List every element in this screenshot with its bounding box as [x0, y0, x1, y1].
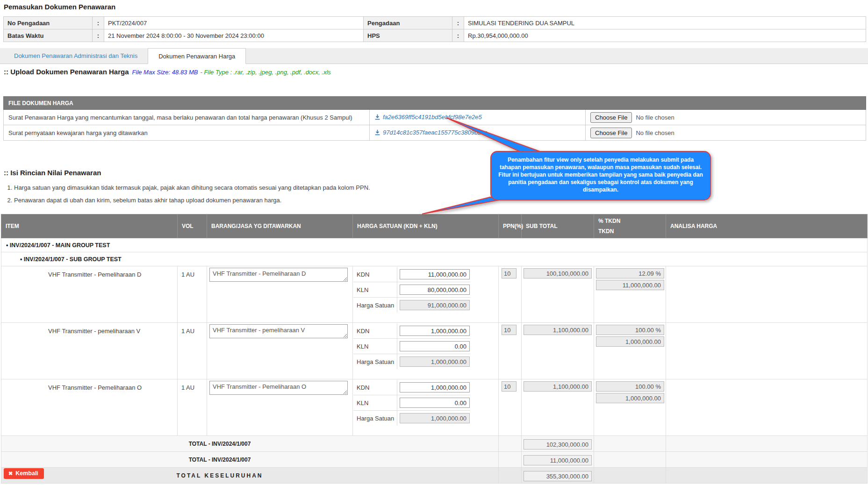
colon-separator: : — [93, 17, 104, 29]
file-max-size-note: File Max Size: 48.83 MB — [132, 69, 198, 76]
colon-separator: : — [452, 17, 464, 29]
kln-input[interactable] — [400, 341, 470, 351]
file-description: Surat Penawaran Harga yang mencantumkan … — [4, 110, 370, 125]
group-label-main: • INV/2024/1/007 - MAIN GROUP TEST — [1, 238, 868, 252]
analisa-harga-cell — [666, 266, 868, 323]
group-label-sub: • INV/2024/1/007 - SUB GROUP TEST — [1, 252, 868, 266]
group-row-sub: • INV/2024/1/007 - SUB GROUP TEST — [1, 252, 868, 266]
rincian-penawaran-table: ITEM VOL BARANG/JASA YG DITAWARKAN HARGA… — [1, 214, 868, 484]
col-header-barang: BARANG/JASA YG DITAWARKAN — [207, 214, 353, 238]
grand-total-row: TOTAL KESELURUHAN — [1, 468, 868, 484]
kdn-input[interactable] — [400, 382, 470, 392]
item-vol: 1 AU — [178, 323, 207, 379]
kln-input[interactable] — [400, 398, 470, 408]
col-header-vol: VOL — [178, 214, 207, 238]
kembali-button[interactable]: ✖ Kembali — [4, 468, 44, 479]
item-row: VHF Transmitter - Pemeliharaan D 1 AU VH… — [1, 266, 868, 323]
total-value-readonly — [524, 455, 592, 465]
item-name: VHF Transmitter - pemeliharaan V — [1, 323, 178, 379]
col-header-tkdn-val: TKDN — [598, 228, 661, 235]
kdn-label: KDN — [353, 323, 397, 339]
total-label: TOTAL - INV/2024/1/007 — [1, 452, 499, 468]
kembali-label: Kembali — [15, 470, 38, 477]
analisa-harga-cell — [666, 379, 868, 436]
table-header-row: ITEM VOL BARANG/JASA YG DITAWARKAN HARGA… — [1, 214, 868, 238]
item-name: VHF Transmitter - Pemeliharaan O — [1, 379, 178, 436]
info-row: Batas Waktu : 21 November 2024 8:00:00 -… — [4, 29, 866, 42]
file-dokumen-harga-table: FILE DOKUMEN HARGA Surat Penawaran Harga… — [3, 96, 866, 141]
tab-dokumen-penawaran-harga[interactable]: Dokumen Penawaran Harga — [148, 48, 246, 64]
kln-label: KLN — [353, 395, 397, 411]
col-header-analisa-harga: ANALISA HARGA — [666, 214, 868, 238]
close-icon: ✖ — [8, 471, 13, 477]
item-row: VHF Transmitter - Pemeliharaan O 1 AU VH… — [1, 379, 868, 436]
info-value-batas-waktu: 21 November 2024 8:00:00 - 30 November 2… — [104, 29, 364, 42]
sub-total-readonly — [524, 268, 592, 278]
info-label-batas-waktu: Batas Waktu — [4, 29, 93, 42]
barang-ditawarkan-textarea[interactable]: VHF Transmitter - Pemeliharaan D — [209, 268, 348, 282]
kdn-label: KDN — [353, 380, 397, 395]
no-file-chosen-label: No file chosen — [636, 114, 674, 121]
note-item: Penawaran dapat di ubah dan kirim, sebel… — [14, 194, 370, 207]
choose-file-button[interactable]: Choose File — [590, 112, 632, 123]
file-upload-control: Choose File No file chosen — [590, 112, 674, 123]
no-file-chosen-label: No file chosen — [636, 129, 674, 136]
col-header-tkdn: % TKDN TKDN — [594, 214, 666, 238]
barang-ditawarkan-textarea[interactable]: VHF Transmitter - Pemeliharaan O — [209, 381, 348, 395]
info-value-pengadaan: SIMULASI TENDERING DUA SAMPUL — [464, 17, 866, 29]
ppn-readonly — [502, 381, 516, 392]
detail-section-heading: :: Isi Rincian Nilai Penawaran — [4, 169, 101, 177]
kdn-input[interactable] — [400, 269, 470, 279]
download-icon — [374, 129, 380, 136]
col-header-sub-total: SUB TOTAL — [522, 214, 594, 238]
tkdn-pct-readonly — [596, 325, 664, 335]
harga-satuan-readonly — [400, 357, 470, 367]
file-row: Surat Penawaran Harga yang mencantumkan … — [4, 110, 866, 125]
harga-satuan-label: Harga Satuan — [353, 411, 397, 426]
tab-bar: Dokumen Penawaran Administrasi dan Tekni… — [0, 48, 868, 64]
kln-label: KLN — [353, 282, 397, 298]
harga-satuan-readonly — [400, 413, 470, 423]
total-value-readonly — [524, 439, 592, 449]
harga-satuan-label: Harga Satuan — [353, 298, 397, 313]
barang-ditawarkan-textarea[interactable]: VHF Transmitter - pemeliharaan V — [209, 324, 348, 338]
file-download-link[interactable]: fa2e6369ff5c4191bd5ebfcf98e7e2e5 — [374, 114, 482, 121]
harga-satuan-subtable: KDN KLN Harga Satuan — [353, 323, 470, 369]
info-label-no-pengadaan: No Pengadaan — [4, 17, 93, 29]
file-link-text: 97d14c81c357faeac155775c3809b2ce — [383, 129, 488, 136]
note-item: Harga satuan yang dimasukkan tidak terma… — [14, 181, 370, 194]
file-link-text: fa2e6369ff5c4191bd5ebfcf98e7e2e5 — [383, 114, 482, 121]
harga-satuan-label: Harga Satuan — [353, 354, 397, 370]
choose-file-button[interactable]: Choose File — [590, 128, 632, 138]
item-vol: 1 AU — [178, 379, 207, 436]
col-header-item: ITEM — [1, 214, 178, 238]
sub-total-readonly — [524, 325, 592, 335]
pemasukan-dokumen-page: Pemasukan Dokumen Penawaran No Pengadaan… — [0, 0, 868, 485]
file-upload-control: Choose File No file chosen — [590, 128, 674, 138]
file-description: Surat pernyataan kewajaran harga yang di… — [4, 125, 370, 141]
file-download-link[interactable]: 97d14c81c357faeac155775c3809b2ce — [374, 129, 488, 136]
col-header-harga-satuan: HARGA SATUAN (KDN + KLN) — [353, 214, 499, 238]
ppn-readonly — [502, 268, 516, 278]
colon-separator: : — [452, 29, 464, 42]
total-row: TOTAL - INV/2024/1/007 — [1, 436, 868, 452]
harga-satuan-readonly — [400, 300, 470, 310]
info-value-no-pengadaan: PKT/2024/007 — [104, 17, 364, 29]
kln-label: KLN — [353, 339, 397, 354]
total-label: TOTAL - INV/2024/1/007 — [1, 436, 499, 452]
download-icon — [374, 114, 380, 120]
file-type-note: - File Type : .rar, .zip, .jpeg, .png, .… — [200, 69, 330, 76]
ppn-readonly — [502, 325, 516, 335]
tkdn-value-readonly — [596, 336, 664, 347]
tab-dokumen-administrasi-teknis[interactable]: Dokumen Penawaran Administrasi dan Tekni… — [4, 48, 148, 64]
kln-input[interactable] — [400, 285, 470, 295]
item-name: VHF Transmitter - Pemeliharaan D — [1, 266, 178, 323]
kdn-input[interactable] — [400, 326, 470, 336]
procurement-info-table: No Pengadaan : PKT/2024/007 Pengadaan : … — [3, 16, 866, 42]
colon-separator: : — [93, 29, 104, 42]
tkdn-value-readonly — [596, 393, 664, 403]
info-label-hps: HPS — [364, 29, 452, 42]
detail-notes-list: Harga satuan yang dimasukkan tidak terma… — [4, 181, 370, 207]
harga-satuan-subtable: KDN KLN Harga Satuan — [353, 380, 470, 426]
col-header-ppn: PPN(%) — [499, 214, 522, 238]
